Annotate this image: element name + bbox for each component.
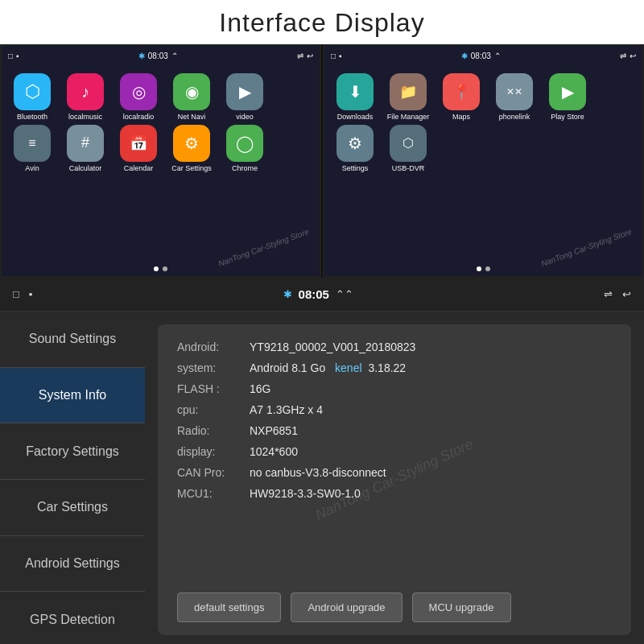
back-icon-1: ↩ [307,52,313,60]
info-row-mcu: MCU1: HW9218-3.3-SW0-1.0 [177,487,612,500]
can-value: no canbus-V3.8-disconnect [250,466,386,479]
app-maps[interactable]: 📍 Maps [437,73,485,122]
app-grid-1: ⬡ Bluetooth ♪ localmusic ◎ localradio ◉ … [2,65,320,263]
calendar-icon: 📅 [120,125,157,162]
nav-menu-icon[interactable]: ▪ [29,288,33,300]
app-row-2-2: ⚙ Settings ⬡ USB-DVR [331,125,636,173]
arrow-up-2: ⌃ [494,52,501,60]
app-bluetooth[interactable]: ⬡ Bluetooth [8,73,56,122]
dot-icon-2: ▪ [339,52,342,60]
downloads-icon: ⬇ [336,73,374,110]
app-downloads[interactable]: ⬇ Downloads [331,73,379,122]
status-bar-2: □ ▪ ✱ 08:03 ⌃ ⇌ ↩ [324,46,642,65]
app-grid-2: ⬇ Downloads 📁 File Manager 📍 Maps ✕✕ pho… [324,65,642,263]
app-video[interactable]: ▶ video [221,73,269,122]
time-1: 08:03 [148,52,168,60]
app-playstore[interactable]: ▶ Play Store [543,73,592,122]
sidebar-label-car: Car Settings [37,500,108,514]
mcu-label: MCU1: [177,487,250,500]
app-netnavi[interactable]: ◉ Net Navi [167,73,216,122]
bluetooth-icon: ⬡ [14,73,51,110]
flash-value: 16G [250,382,270,395]
radio-value: NXP6851 [250,424,298,437]
app-carsettings[interactable]: ⚙ Car Settings [167,125,216,173]
sidebar-item-gps-detection[interactable]: GPS Detection [0,592,145,644]
usbdvr-icon: ⬡ [390,125,427,162]
android-value: YT9218_00002_V001_20180823 [250,341,415,353]
settings-icon: ⚙ [336,125,374,162]
nav-bt-icon: ✱ [283,288,292,300]
mcu-upgrade-button[interactable]: MCU upgrade [412,592,511,622]
playstore-icon: ▶ [549,73,586,110]
nav-back-icon[interactable]: ↩ [622,288,631,300]
sidebar-label-gps: GPS Detection [30,613,115,627]
sidebar-label-android: Android Settings [25,556,119,571]
sidebar-label-system: System Info [39,388,106,402]
page-title: Interface Display [0,8,644,38]
info-panel: NanTong Car-Styling Store Android: YT921… [158,324,631,635]
app-calendar[interactable]: 📅 Calendar [114,125,163,173]
dot-active-2 [477,266,481,271]
sidebar-item-system-info[interactable]: System Info [0,368,145,424]
android-upgrade-button[interactable]: Android upgrade [291,592,402,622]
kenel-value: 3.18.22 [368,361,406,374]
can-label: CAN Pro: [177,466,250,479]
app-phonelink[interactable]: ✕✕ phonelink [490,73,539,122]
app-localradio[interactable]: ◎ localradio [114,73,163,122]
nav-home-icon[interactable]: □ [13,288,19,300]
swap-icon-2: ⇌ [620,52,626,60]
main-content: Sound Settings System Info Factory Setti… [0,312,644,644]
kenel-label: kenel [335,361,361,374]
info-row-display: display: 1024*600 [177,445,612,458]
sidebar-item-android-settings[interactable]: Android Settings [0,536,145,592]
sidebar-item-factory-settings[interactable]: Factory Settings [0,423,145,480]
avin-icon: ≡ [14,125,51,162]
calculator-icon: # [67,125,104,162]
info-row-flash: FLASH : 16G [177,382,612,395]
app-calculator[interactable]: # Calculator [61,125,109,173]
dot-inactive-2 [485,266,490,271]
netnavi-icon: ◉ [173,73,210,110]
app-filemanager[interactable]: 📁 File Manager [384,73,432,122]
default-settings-button[interactable]: default settings [177,592,281,622]
dot-icon-1: ▪ [16,52,19,60]
sidebar-item-car-settings[interactable]: Car Settings [0,480,145,536]
screenshots-row: □ ▪ ✱ 08:03 ⌃ ⇌ ↩ ⬡ Bluetooth ♪ l [0,44,644,278]
home-icon-1: □ [8,52,13,60]
app-avin[interactable]: ≡ Avin [8,125,56,173]
page-dots-1 [2,263,320,276]
app-row-2-1: ⬇ Downloads 📁 File Manager 📍 Maps ✕✕ pho… [331,73,636,122]
sidebar-item-sound-settings[interactable]: Sound Settings [0,312,145,368]
app-settings[interactable]: ⚙ Settings [331,125,379,173]
dot-inactive-1 [163,266,167,271]
display-label: display: [177,445,250,458]
cpu-value: A7 1.3GHz x 4 [250,403,323,416]
dot-active-1 [154,266,159,271]
app-localmusic[interactable]: ♪ localmusic [61,73,109,122]
screen-panel-2: □ ▪ ✱ 08:03 ⌃ ⇌ ↩ ⬇ Downloads 📁 [323,44,644,278]
status-bar-1: □ ▪ ✱ 08:03 ⌃ ⇌ ↩ [2,46,320,65]
filemanager-icon: 📁 [390,73,427,110]
system-label: system: [177,361,250,374]
mcu-value: HW9218-3.3-SW0-1.0 [250,487,361,500]
app-usbdvr[interactable]: ⬡ USB-DVR [384,125,432,173]
radio-label: Radio: [177,424,250,437]
info-row-can: CAN Pro: no canbus-V3.8-disconnect [177,466,612,479]
video-icon: ▶ [226,73,263,110]
time-2: 08:03 [471,52,491,60]
localradio-icon: ◎ [120,73,157,110]
bt-icon-1: ✱ [138,52,145,60]
arrow-up-1: ⌃ [171,52,178,60]
back-icon-2: ↩ [630,52,636,60]
localmusic-icon: ♪ [67,73,104,110]
info-row-radio: Radio: NXP6851 [177,424,612,437]
sidebar: Sound Settings System Info Factory Setti… [0,312,145,644]
app-chrome[interactable]: ◯ Chrome [221,125,269,173]
nav-swap-icon[interactable]: ⇌ [604,288,613,300]
sidebar-label-factory: Factory Settings [26,444,119,459]
nav-bar: □ ▪ ✱ 08:05 ⌃⌃ ⇌ ↩ [0,278,644,312]
page-title-section: Interface Display [0,0,644,44]
carsettings-icon: ⚙ [173,125,210,162]
info-buttons: default settings Android upgrade MCU upg… [177,583,612,622]
nav-expand-icon[interactable]: ⌃⌃ [336,288,353,300]
